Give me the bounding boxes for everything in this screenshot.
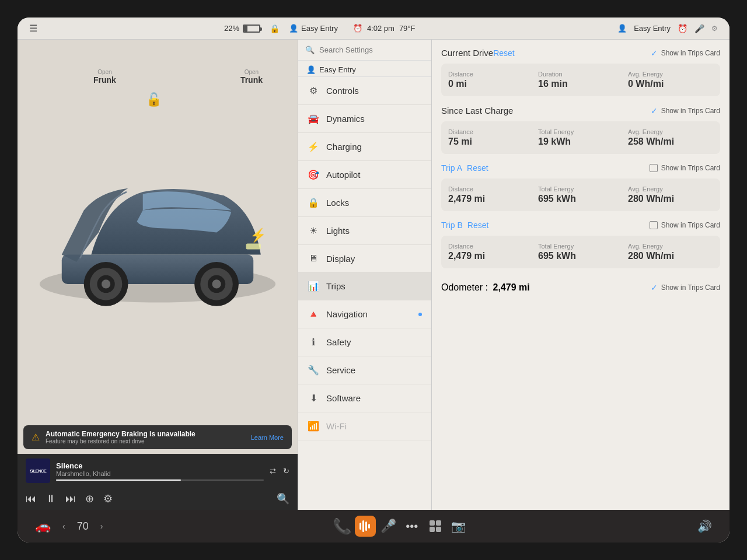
car-taskbar-icon[interactable]: 🚗 [35, 519, 51, 534]
svg-rect-15 [368, 524, 370, 528]
odometer-checkbox[interactable]: ✓ [651, 283, 658, 292]
software-label: Software [326, 393, 361, 403]
alarm-icon: ⏰ [353, 24, 362, 33]
safety-label: Safety [326, 337, 351, 347]
menu-item-locks[interactable]: 🔒 Locks [298, 189, 431, 217]
next-track-button[interactable]: ⏭ [65, 493, 76, 505]
grid-taskbar-icon[interactable] [425, 516, 446, 537]
svg-text:⚡: ⚡ [250, 227, 267, 243]
svg-rect-16 [430, 520, 435, 526]
menu-item-autopilot[interactable]: 🎯 Autopilot [298, 161, 431, 189]
since-charge-title: Since Last Charge [441, 106, 513, 116]
extra-icon-1: ⚙ [711, 24, 718, 33]
mic-taskbar-icon[interactable]: 🎤 [378, 516, 399, 537]
taskbar-center[interactable]: 📞 🎤 ••• [331, 516, 469, 537]
search-input[interactable] [319, 46, 424, 54]
menu-item-trips[interactable]: 📊 Trips [298, 272, 431, 300]
current-distance-value: 0 mi [448, 79, 533, 89]
charge-total-energy-label: Total Energy [538, 128, 623, 135]
menu-item-lights[interactable]: ☀ Lights [298, 217, 431, 245]
trip-b-distance-label: Distance [448, 243, 533, 250]
add-button[interactable]: ⊕ [85, 492, 94, 505]
service-icon: 🔧 [308, 365, 319, 376]
odometer-section: Odometer : 2,479 mi ✓ Show in Trips Card [441, 278, 720, 298]
since-charge-header: Since Last Charge ✓ Show in Trips Card [441, 106, 720, 116]
temp-arrow-left[interactable]: ‹ [62, 522, 65, 531]
frunk-value: Frunk [93, 75, 116, 85]
svg-point-5 [102, 279, 110, 288]
menu-item-navigation[interactable]: 🔺 Navigation [298, 300, 431, 328]
trip-a-reset[interactable]: Reset [467, 163, 488, 173]
wifi-label: Wi-Fi [326, 421, 347, 431]
odometer-value: 2,479 mi [493, 282, 529, 292]
trip-b-avg-energy-label: Avg. Energy [628, 243, 713, 250]
menu-item-dynamics[interactable]: 🚘 Dynamics [298, 105, 431, 133]
phone-icon[interactable]: 📞 [331, 516, 352, 537]
profile-header-name: Easy Entry [319, 65, 356, 74]
trip-a-distance-label: Distance [448, 186, 533, 192]
music-progress[interactable] [56, 480, 264, 481]
temp-arrow-right[interactable]: › [100, 522, 103, 531]
charge-distance-value: 75 mi [448, 136, 533, 147]
voice-assistant-icon[interactable] [355, 516, 376, 537]
current-drive-show-trips[interactable]: ✓ Show in Trips Card [651, 48, 720, 58]
trip-a-avg-energy-label: Avg. Energy [628, 186, 713, 192]
alert-banner: ⚠ Automatic Emergency Braking is unavail… [23, 425, 292, 449]
trip-a-checkbox[interactable] [650, 164, 658, 172]
dots-icon[interactable]: ••• [402, 516, 423, 537]
current-drive-title: Current Drive [441, 48, 493, 58]
current-drive-reset[interactable]: Reset [493, 48, 515, 58]
odometer-show-trips[interactable]: ✓ Show in Trips Card [651, 283, 720, 292]
repeat-icon[interactable]: ↻ [283, 467, 289, 475]
current-drive-checkbox[interactable]: ✓ [651, 48, 658, 58]
music-controls[interactable]: ⇄ ↻ [270, 467, 289, 475]
svg-rect-18 [430, 527, 435, 532]
menu-icon[interactable]: ☰ [29, 23, 37, 34]
since-charge-show-trips[interactable]: ✓ Show in Trips Card [651, 106, 720, 116]
trip-b-show-trips[interactable]: Show in Trips Card [650, 221, 720, 229]
menu-item-controls[interactable]: ⚙ Controls [298, 77, 431, 105]
safety-icon: ℹ [308, 337, 319, 348]
prev-track-button[interactable]: ⏮ [26, 493, 36, 505]
trip-b-distance-value: 2,479 mi [448, 251, 533, 261]
since-charge-checkbox[interactable]: ✓ [651, 106, 658, 116]
menu-item-charging[interactable]: ⚡ Charging [298, 133, 431, 161]
menu-item-safety[interactable]: ℹ Safety [298, 328, 431, 356]
volume-icon[interactable]: 🔊 [697, 519, 712, 533]
autopilot-icon: 🎯 [308, 169, 319, 180]
charge-avg-energy-cell: Avg. Energy 258 Wh/mi [628, 128, 713, 147]
menu-item-display[interactable]: 🖥 Display [298, 245, 431, 272]
charging-label: Charging [326, 142, 362, 152]
alert-warning-icon: ⚠ [32, 432, 40, 443]
menu-item-software[interactable]: ⬇ Software [298, 384, 431, 412]
autopilot-label: Autopilot [326, 170, 360, 180]
trip-b-avg-energy-cell: Avg. Energy 280 Wh/mi [628, 243, 713, 261]
trip-b-checkbox[interactable] [650, 221, 658, 229]
profile-name[interactable]: Easy Entry [301, 24, 338, 33]
play-pause-button[interactable]: ⏸ [46, 493, 56, 505]
taskbar-left: 🚗 ‹ 70 › [35, 519, 103, 534]
equalizer-button[interactable]: ⚙ [103, 492, 113, 505]
shuffle-icon[interactable]: ⇄ [270, 467, 276, 475]
alert-text: Automatic Emergency Braking is unavailab… [46, 430, 196, 444]
trip-b-total-energy-label: Total Energy [538, 243, 623, 250]
trip-b-avg-energy-value: 280 Wh/mi [628, 251, 713, 261]
learn-more-button[interactable]: Learn More [251, 434, 284, 441]
profile-name-right[interactable]: Easy Entry [634, 24, 671, 33]
odometer-label: Odometer : 2,479 mi [441, 282, 530, 293]
trip-a-show-trips[interactable]: Show in Trips Card [650, 164, 720, 172]
car-view: Open Frunk Open Trunk [18, 40, 298, 425]
menu-item-wifi[interactable]: 📶 Wi-Fi [298, 412, 431, 440]
menu-item-service[interactable]: 🔧 Service [298, 356, 431, 384]
search-bar[interactable]: 🔍 [298, 40, 431, 61]
controls-icon: ⚙ [308, 85, 319, 96]
trip-a-total-energy-value: 695 kWh [538, 194, 623, 204]
trunk-label[interactable]: Open Trunk [240, 69, 263, 85]
trip-b-reset[interactable]: Reset [467, 220, 489, 230]
frunk-label[interactable]: Open Frunk [93, 69, 116, 85]
search-music-button[interactable]: 🔍 [277, 492, 289, 505]
playback-controls[interactable]: ⏮ ⏸ ⏭ ⊕ ⚙ 🔍 [18, 488, 298, 510]
since-charge-grid: Distance 75 mi Total Energy 19 kWh Avg. … [441, 121, 720, 154]
camera-icon[interactable]: 📷 [448, 516, 469, 537]
navigation-label: Navigation [326, 309, 368, 319]
